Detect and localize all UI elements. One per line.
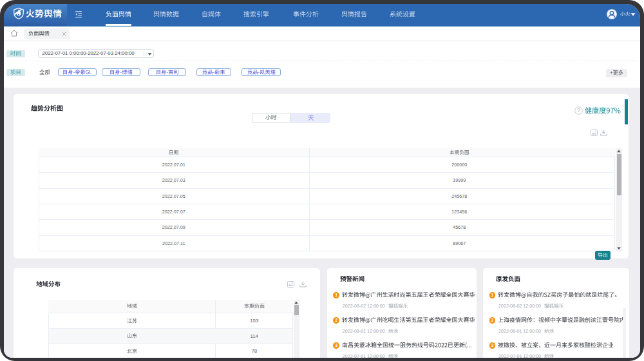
svg-text:?: ? [577, 108, 580, 114]
